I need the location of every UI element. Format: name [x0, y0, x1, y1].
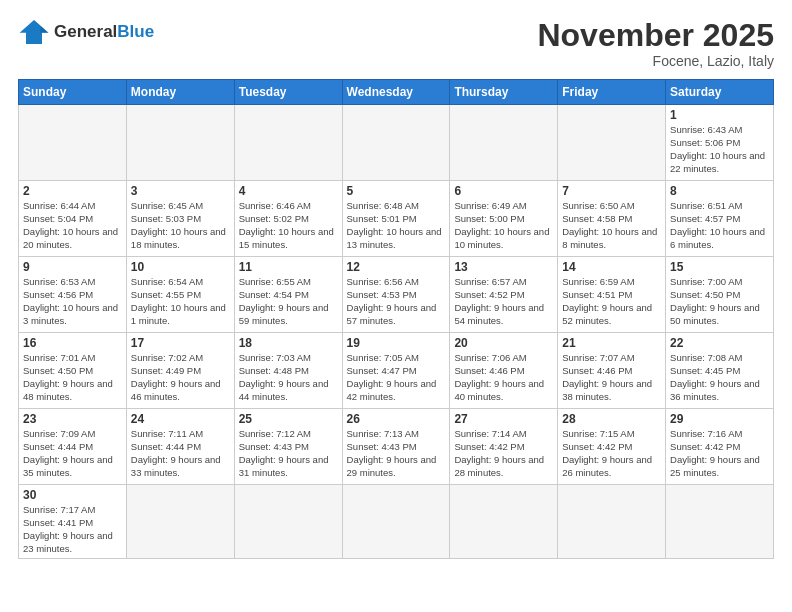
table-row: 2Sunrise: 6:44 AM Sunset: 5:04 PM Daylig…	[19, 181, 127, 257]
table-row: 16Sunrise: 7:01 AM Sunset: 4:50 PM Dayli…	[19, 333, 127, 409]
table-row: 20Sunrise: 7:06 AM Sunset: 4:46 PM Dayli…	[450, 333, 558, 409]
table-row: 12Sunrise: 6:56 AM Sunset: 4:53 PM Dayli…	[342, 257, 450, 333]
table-row: 4Sunrise: 6:46 AM Sunset: 5:02 PM Daylig…	[234, 181, 342, 257]
table-row: 19Sunrise: 7:05 AM Sunset: 4:47 PM Dayli…	[342, 333, 450, 409]
table-row: 9Sunrise: 6:53 AM Sunset: 4:56 PM Daylig…	[19, 257, 127, 333]
table-row: 21Sunrise: 7:07 AM Sunset: 4:46 PM Dayli…	[558, 333, 666, 409]
table-row: 5Sunrise: 6:48 AM Sunset: 5:01 PM Daylig…	[342, 181, 450, 257]
logo-icon	[18, 18, 50, 46]
table-row: 18Sunrise: 7:03 AM Sunset: 4:48 PM Dayli…	[234, 333, 342, 409]
table-row: 29Sunrise: 7:16 AM Sunset: 4:42 PM Dayli…	[666, 409, 774, 485]
table-row: 7Sunrise: 6:50 AM Sunset: 4:58 PM Daylig…	[558, 181, 666, 257]
table-row: 25Sunrise: 7:12 AM Sunset: 4:43 PM Dayli…	[234, 409, 342, 485]
table-row: 6Sunrise: 6:49 AM Sunset: 5:00 PM Daylig…	[450, 181, 558, 257]
col-sunday: Sunday	[19, 80, 127, 105]
header: GeneralBlue November 2025 Focene, Lazio,…	[18, 18, 774, 69]
table-row	[19, 105, 127, 181]
table-row: 23Sunrise: 7:09 AM Sunset: 4:44 PM Dayli…	[19, 409, 127, 485]
table-row: 1Sunrise: 6:43 AM Sunset: 5:06 PM Daylig…	[666, 105, 774, 181]
table-row: 13Sunrise: 6:57 AM Sunset: 4:52 PM Dayli…	[450, 257, 558, 333]
table-row: 14Sunrise: 6:59 AM Sunset: 4:51 PM Dayli…	[558, 257, 666, 333]
table-row	[126, 485, 234, 559]
table-row	[558, 485, 666, 559]
col-wednesday: Wednesday	[342, 80, 450, 105]
table-row	[558, 105, 666, 181]
table-row: 28Sunrise: 7:15 AM Sunset: 4:42 PM Dayli…	[558, 409, 666, 485]
table-row	[234, 105, 342, 181]
table-row	[450, 105, 558, 181]
table-row: 17Sunrise: 7:02 AM Sunset: 4:49 PM Dayli…	[126, 333, 234, 409]
table-row: 15Sunrise: 7:00 AM Sunset: 4:50 PM Dayli…	[666, 257, 774, 333]
col-saturday: Saturday	[666, 80, 774, 105]
table-row: 22Sunrise: 7:08 AM Sunset: 4:45 PM Dayli…	[666, 333, 774, 409]
col-friday: Friday	[558, 80, 666, 105]
col-thursday: Thursday	[450, 80, 558, 105]
table-row	[342, 105, 450, 181]
table-row	[234, 485, 342, 559]
table-row: 11Sunrise: 6:55 AM Sunset: 4:54 PM Dayli…	[234, 257, 342, 333]
location: Focene, Lazio, Italy	[537, 53, 774, 69]
calendar-table: Sunday Monday Tuesday Wednesday Thursday…	[18, 79, 774, 559]
calendar-header-row: Sunday Monday Tuesday Wednesday Thursday…	[19, 80, 774, 105]
col-tuesday: Tuesday	[234, 80, 342, 105]
table-row	[450, 485, 558, 559]
logo-text: GeneralBlue	[54, 23, 154, 42]
table-row: 30Sunrise: 7:17 AM Sunset: 4:41 PM Dayli…	[19, 485, 127, 559]
table-row: 24Sunrise: 7:11 AM Sunset: 4:44 PM Dayli…	[126, 409, 234, 485]
table-row: 26Sunrise: 7:13 AM Sunset: 4:43 PM Dayli…	[342, 409, 450, 485]
table-row: 10Sunrise: 6:54 AM Sunset: 4:55 PM Dayli…	[126, 257, 234, 333]
table-row	[342, 485, 450, 559]
col-monday: Monday	[126, 80, 234, 105]
table-row	[126, 105, 234, 181]
table-row: 8Sunrise: 6:51 AM Sunset: 4:57 PM Daylig…	[666, 181, 774, 257]
month-title: November 2025	[537, 18, 774, 53]
page: GeneralBlue November 2025 Focene, Lazio,…	[0, 0, 792, 612]
title-block: November 2025 Focene, Lazio, Italy	[537, 18, 774, 69]
logo: GeneralBlue	[18, 18, 154, 46]
table-row: 3Sunrise: 6:45 AM Sunset: 5:03 PM Daylig…	[126, 181, 234, 257]
table-row	[666, 485, 774, 559]
table-row: 27Sunrise: 7:14 AM Sunset: 4:42 PM Dayli…	[450, 409, 558, 485]
